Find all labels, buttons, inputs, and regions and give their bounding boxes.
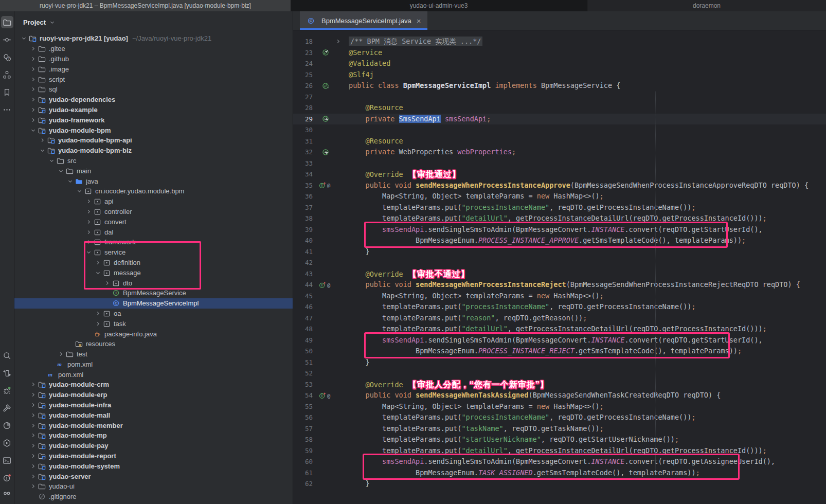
override-icon[interactable]: I@ — [316, 390, 335, 401]
services-icon[interactable] — [1, 437, 13, 449]
vue-window-title[interactable]: yudao-ui-admin-vue3 — [291, 0, 587, 11]
profiler-icon[interactable] — [1, 419, 13, 431]
other-window-title[interactable]: doraemon — [587, 0, 826, 11]
chevron-right-icon[interactable] — [29, 463, 37, 469]
search-icon[interactable] — [1, 349, 13, 362]
chevron-down-icon[interactable] — [75, 188, 83, 194]
spring-check-icon[interactable] — [316, 47, 335, 59]
code-line-45[interactable]: 45 Map<String, Object> templateParams = … — [293, 291, 826, 302]
build-icon[interactable] — [1, 402, 13, 414]
tree-item-java[interactable]: java — [14, 176, 293, 186]
debug-icon[interactable] — [1, 384, 13, 397]
code-line-44[interactable]: 44I@ public void sendMessageWhenProcessI… — [293, 279, 826, 291]
chevron-right-icon[interactable] — [84, 199, 93, 204]
tree-item-oa[interactable]: oa — [14, 309, 293, 319]
tree-item-bpmmessageservice[interactable]: IBpmMessageService — [14, 288, 293, 298]
fold-icon[interactable] — [335, 36, 343, 47]
tree-item-image[interactable]: .image — [14, 64, 293, 74]
chevron-down-icon[interactable] — [84, 249, 93, 255]
tree-item-api[interactable]: api — [14, 196, 293, 207]
chevron-right-icon[interactable] — [38, 137, 46, 143]
more-tool-windows-icon[interactable] — [1, 103, 13, 116]
code-line-26[interactable]: 26public class BpmMessageServiceImpl imp… — [293, 80, 826, 92]
override-icon[interactable]: I@ — [316, 180, 335, 191]
tree-item-package-info-java[interactable]: package-info.java — [14, 329, 293, 339]
spring-wire-icon[interactable] — [316, 147, 335, 158]
project-folder-icon[interactable] — [1, 16, 13, 28]
code-line-48[interactable]: 48 templateParams.put("detailUrl", getPr… — [293, 323, 826, 335]
code-line-25[interactable]: 25@Slf4j — [293, 69, 826, 81]
tree-item-framework[interactable]: framework — [14, 237, 293, 247]
code-line-31[interactable]: 31 @Resource — [293, 136, 826, 147]
chevron-down-icon[interactable] — [20, 35, 28, 41]
code-line-50[interactable]: 50 BpmMessageEnum.PROCESS_INSTANCE_REJEC… — [293, 346, 826, 357]
code-line-37[interactable]: 37 templateParams.put("processInstanceNa… — [293, 202, 826, 213]
code-line-36[interactable]: 36 Map<String, Object> templateParams = … — [293, 191, 826, 202]
chevron-right-icon[interactable] — [29, 107, 37, 113]
tree-item-pom-xml[interactable]: mpom.xml — [14, 369, 293, 380]
chevron-right-icon[interactable] — [29, 117, 37, 123]
chevron-down-icon[interactable] — [29, 128, 37, 133]
chevron-down-icon[interactable] — [57, 168, 65, 174]
tree-item-resources[interactable]: resources — [14, 339, 293, 349]
tree-item-yudao-module-bpm-biz[interactable]: yudao-module-bpm-biz — [14, 146, 293, 156]
commit-icon[interactable] — [1, 33, 13, 46]
tree-item-yudao-module-pay[interactable]: yudao-module-pay — [14, 441, 293, 451]
chevron-right-icon[interactable] — [29, 433, 37, 438]
dependencies-icon[interactable] — [1, 367, 13, 379]
tree-item-yudao-module-system[interactable]: yudao-module-system — [14, 461, 293, 471]
clipped-icon[interactable] — [1, 489, 13, 501]
code-line-38[interactable]: 38 templateParams.put("detailUrl", getPr… — [293, 213, 826, 224]
chevron-right-icon[interactable] — [29, 77, 37, 82]
bookmarks-icon[interactable] — [1, 86, 13, 98]
chevron-right-icon[interactable] — [29, 423, 37, 428]
tree-item-yudao-dependencies[interactable]: yudao-dependencies — [14, 95, 293, 105]
tree-item-task[interactable]: task — [14, 318, 293, 329]
code-line-34[interactable]: 34 @Override【审批通过】 — [293, 169, 826, 180]
tree-item-yudao-framework[interactable]: yudao-framework — [14, 115, 293, 125]
tree-item-yudao-module-member[interactable]: yudao-module-member — [14, 420, 293, 430]
code-line-27[interactable]: 27 — [293, 92, 826, 103]
code-line-39[interactable]: 39 smsSendApi.sendSingleSmsToAdmin(BpmMe… — [293, 224, 826, 236]
tree-item-controller[interactable]: controller — [14, 207, 293, 217]
tree-item-main[interactable]: main — [14, 166, 293, 176]
code-line-23[interactable]: 23@Service — [293, 47, 826, 59]
tree-item-pom-xml[interactable]: mpom.xml — [14, 359, 293, 370]
chevron-right-icon[interactable] — [84, 239, 93, 245]
tree-item-yudao-module-infra[interactable]: yudao-module-infra — [14, 400, 293, 410]
structure-icon[interactable] — [1, 68, 13, 81]
chevron-down-icon[interactable] — [38, 148, 46, 153]
code-line-32[interactable]: 32 private WebProperties webProperties; — [293, 147, 826, 158]
chevron-right-icon[interactable] — [29, 46, 37, 51]
tree-item-dal[interactable]: dal — [14, 227, 293, 237]
tree-item-dto[interactable]: dto — [14, 278, 293, 288]
chevron-down-icon[interactable] — [66, 178, 74, 184]
code-line-18[interactable]: 18/** BPM 消息 Service 实现类 ...*/ — [293, 36, 826, 47]
code-line-59[interactable]: 59 templateParams.put("detailUrl", getPr… — [293, 445, 826, 457]
tab-bpmmessageserviceimpl[interactable]: C BpmMessageServiceImpl.java × — [300, 11, 427, 30]
code-line-30[interactable]: 30 — [293, 124, 826, 136]
chevron-right-icon[interactable] — [29, 443, 37, 448]
chevron-right-icon[interactable] — [29, 402, 37, 408]
tree-item-yudao-server[interactable]: yudao-server — [14, 471, 293, 481]
code-line-40[interactable]: 40 BpmMessageEnum.PROCESS_INSTANCE_APPRO… — [293, 235, 826, 246]
code-line-46[interactable]: 46 templateParams.put("processInstanceNa… — [293, 301, 826, 313]
terminal-icon[interactable] — [1, 454, 13, 466]
chevron-down-icon[interactable] — [94, 270, 102, 276]
code-line-54[interactable]: 54I@ public void sendMessageWhenTaskAssi… — [293, 390, 826, 401]
chevron-right-icon[interactable] — [94, 311, 102, 316]
override-icon[interactable]: I@ — [316, 279, 335, 291]
code-line-55[interactable]: 55 Map<String, Object> templateParams = … — [293, 401, 826, 412]
ide-window-title[interactable]: ruoyi-vue-pro-jdk21 – BpmMessageServiceI… — [0, 0, 291, 11]
chevron-right-icon[interactable] — [29, 392, 37, 398]
code-line-52[interactable]: 52 — [293, 368, 826, 379]
chevron-right-icon[interactable] — [29, 86, 37, 92]
chevron-right-icon[interactable] — [103, 280, 111, 286]
tree-item-convert[interactable]: convert — [14, 217, 293, 227]
tree-item-yudao-module-mall[interactable]: yudao-module-mall — [14, 410, 293, 420]
code-line-28[interactable]: 28 @Resource — [293, 102, 826, 114]
code-line-29[interactable]: 29 private SmsSendApi smsSendApi; — [293, 114, 826, 125]
code-line-60[interactable]: 60 smsSendApi.sendSingleSmsToAdmin(BpmMe… — [293, 456, 826, 467]
tree-item-yudao-module-crm[interactable]: yudao-module-crm — [14, 380, 293, 390]
chevron-down-icon[interactable] — [47, 158, 56, 164]
